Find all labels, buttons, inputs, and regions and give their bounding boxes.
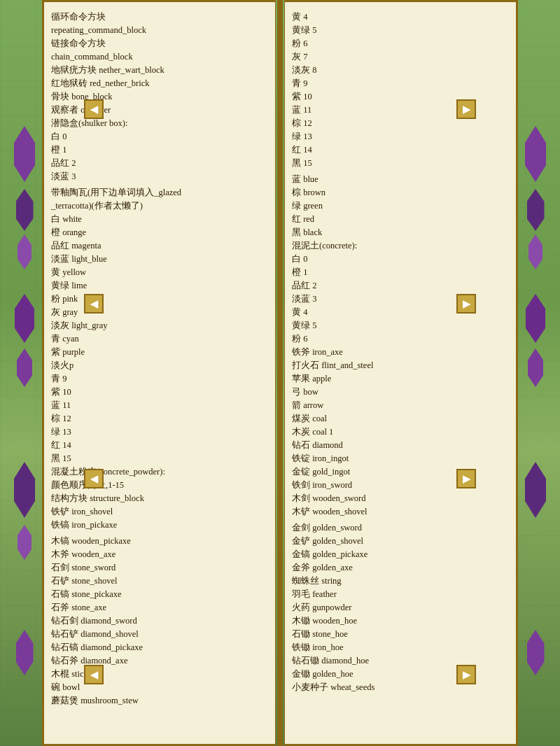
text-line: 红地狱砖 red_nether_brick bbox=[51, 77, 268, 90]
text-line: 紫 purple bbox=[51, 346, 268, 359]
text-line: 金斧 golden_axe bbox=[292, 561, 509, 575]
text-line: 蓝 11 bbox=[292, 104, 509, 117]
book-spine bbox=[277, 0, 283, 746]
nav-right-arrow-3[interactable]: ▶ bbox=[456, 469, 476, 488]
text-line: 青 9 bbox=[51, 372, 268, 386]
text-line: 棕 12 bbox=[51, 412, 268, 425]
text-line: 白 0 bbox=[51, 130, 268, 143]
text-line: 红 14 bbox=[51, 439, 268, 452]
left-arrow-icon: ◀ bbox=[90, 104, 98, 115]
nav-left-arrow-1[interactable]: ◀ bbox=[84, 99, 104, 119]
nav-left-arrow-4[interactable]: ◀ bbox=[84, 665, 104, 684]
text-line: 红 14 bbox=[292, 143, 509, 157]
text-line: 地狱疣方块 nether_wart_block bbox=[51, 64, 268, 77]
text-line: 黄绿 lime bbox=[51, 279, 268, 293]
text-line: 黑 15 bbox=[51, 452, 268, 465]
text-line: 石斧 stone_axe bbox=[51, 601, 268, 614]
text-line: 链接命令方块 bbox=[51, 37, 268, 50]
text-line: 粉 6 bbox=[292, 332, 509, 346]
text-line: repeating_command_block bbox=[51, 24, 268, 37]
text-line: 红 red bbox=[292, 213, 509, 226]
text-line: 带釉陶瓦(用下边单词填入_glazed bbox=[51, 186, 268, 199]
text-line: 橙 1 bbox=[51, 143, 268, 157]
left-arrow-icon-3: ◀ bbox=[90, 473, 98, 485]
text-line: 蘑菇煲 mushroom_stew bbox=[51, 694, 268, 708]
text-line: 羽毛 feather bbox=[292, 588, 509, 601]
text-line: 钻石铲 diamond_shovel bbox=[51, 628, 268, 641]
text-line: 石锄 stone_hoe bbox=[292, 628, 509, 641]
left-arrow-icon-4: ◀ bbox=[90, 669, 98, 681]
text-line: 黄 4 bbox=[292, 10, 509, 24]
text-line: 紫 10 bbox=[51, 386, 268, 399]
text-line: 小麦种子 wheat_seeds bbox=[292, 681, 509, 694]
text-line: 青 cyan bbox=[51, 332, 268, 346]
nav-left-arrow-3[interactable]: ◀ bbox=[84, 469, 104, 488]
text-line: 绿 13 bbox=[292, 130, 509, 143]
text-line: 品红 magenta bbox=[51, 239, 268, 253]
text-line: 黑 15 bbox=[292, 157, 509, 170]
text-line: 灰 7 bbox=[292, 50, 509, 64]
text-line: 钻石镐 diamond_pickaxe bbox=[51, 641, 268, 654]
text-line: 青 9 bbox=[292, 77, 509, 90]
text-line: 金锭 gold_ingot bbox=[292, 465, 509, 479]
text-line: 蓝 11 bbox=[51, 399, 268, 412]
book-container: ◀ ▶ ◀ ▶ ◀ ▶ ◀ ▶ 循环命令方块repeating_command_… bbox=[42, 0, 518, 746]
text-line: 金镐 golden_pickaxe bbox=[292, 548, 509, 561]
text-line: 紫 10 bbox=[292, 90, 509, 104]
text-line: 黄 4 bbox=[292, 306, 509, 319]
text-line: 打火石 flint_and_steel bbox=[292, 359, 509, 372]
right-arrow-icon-2: ▶ bbox=[463, 298, 470, 310]
nav-right-arrow-4[interactable]: ▶ bbox=[456, 665, 476, 684]
text-line: 棕 brown bbox=[292, 186, 509, 199]
text-line: 绿 green bbox=[292, 199, 509, 213]
text-line: 金锄 golden_hoe bbox=[292, 668, 509, 681]
text-line: 木炭 coal 1 bbox=[292, 425, 509, 439]
text-line: chain_command_block bbox=[51, 50, 268, 64]
text-line: 品红 2 bbox=[51, 157, 268, 170]
right-page: 黄 4黄绿 5粉 6灰 7淡灰 8青 9紫 10蓝 11棕 12绿 13红 14… bbox=[284, 0, 518, 746]
text-line: 铁铲 iron_shovel bbox=[51, 505, 268, 519]
text-line: 黄绿 5 bbox=[292, 319, 509, 332]
text-line: 品红 2 bbox=[292, 279, 509, 293]
text-line: 白 0 bbox=[292, 253, 509, 266]
text-line: _terracotta)(作者太懒了) bbox=[51, 199, 268, 213]
text-line: 石铲 stone_shovel bbox=[51, 575, 268, 588]
text-line: 黄 yellow bbox=[51, 266, 268, 279]
text-line: 黄绿 5 bbox=[292, 24, 509, 37]
text-line: 混泥土(concrete): bbox=[292, 239, 509, 253]
right-arrow-icon-3: ▶ bbox=[463, 473, 470, 485]
text-line: 橙 1 bbox=[292, 266, 509, 279]
text-line: 淡灰 light_gray bbox=[51, 319, 268, 332]
text-line: 苹果 apple bbox=[292, 372, 509, 386]
nav-right-arrow-2[interactable]: ▶ bbox=[456, 294, 476, 314]
nav-left-arrow-2[interactable]: ◀ bbox=[84, 294, 104, 314]
text-line: 铁锭 iron_ingot bbox=[292, 452, 509, 465]
text-line: 钻石剑 diamond_sword bbox=[51, 614, 268, 628]
text-line: 木锄 wooden_hoe bbox=[292, 614, 509, 628]
text-line: 棕 12 bbox=[292, 117, 509, 130]
text-line: 橙 orange bbox=[51, 226, 268, 239]
text-line: 黑 black bbox=[292, 226, 509, 239]
text-line: 木镐 wooden_pickaxe bbox=[51, 535, 268, 548]
text-line: 木斧 wooden_axe bbox=[51, 548, 268, 561]
text-line: 火药 gunpowder bbox=[292, 601, 509, 614]
text-line: 绿 13 bbox=[51, 425, 268, 439]
text-line: 蜘蛛丝 string bbox=[292, 575, 509, 588]
left-arrow-icon-2: ◀ bbox=[90, 298, 98, 310]
text-line: 淡蓝 3 bbox=[292, 293, 509, 306]
nav-right-arrow-1[interactable]: ▶ bbox=[456, 99, 476, 119]
text-line: 蓝 blue bbox=[292, 173, 509, 186]
text-line: 铁锄 iron_hoe bbox=[292, 641, 509, 654]
right-arrow-icon-4: ▶ bbox=[463, 669, 470, 681]
text-line: 钻石锄 diamond_hoe bbox=[292, 654, 509, 668]
text-line: 箭 arrow bbox=[292, 399, 509, 412]
text-line: 铁镐 iron_pickaxe bbox=[51, 519, 268, 532]
text-line: 白 white bbox=[51, 213, 268, 226]
text-line: 循环命令方块 bbox=[51, 10, 268, 24]
text-line: 粉 6 bbox=[292, 37, 509, 50]
text-line: 金剑 golden_sword bbox=[292, 521, 509, 535]
text-line: 结构方块 structure_block bbox=[51, 492, 268, 505]
text-line: 铁剑 iron_sword bbox=[292, 479, 509, 492]
text-line: 淡灰 8 bbox=[292, 64, 509, 77]
text-line: 淡火p bbox=[51, 359, 268, 372]
